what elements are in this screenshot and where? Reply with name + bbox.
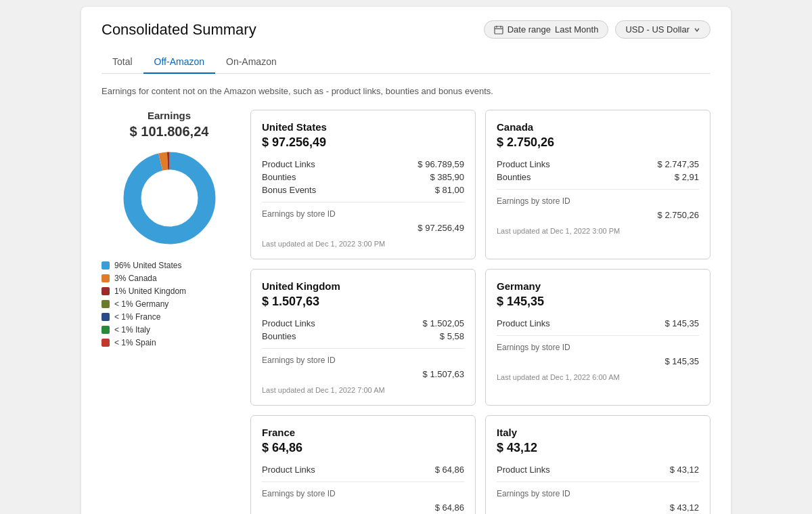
line-item: Product Links $ 1.502,05 — [262, 318, 464, 328]
legend-item: < 1% Italy — [102, 325, 237, 335]
legend-color-france — [102, 313, 110, 321]
chevron-down-icon — [694, 26, 700, 33]
line-item-value: $ 64,86 — [435, 465, 464, 475]
country-card-united-kingdom: United Kingdom $ 1.507,63 Product Links … — [250, 269, 476, 406]
country-card-italy: Italy $ 43,12 Product Links $ 43,12 Earn… — [485, 415, 710, 514]
line-item-value: $ 145,35 — [664, 318, 699, 328]
line-item: Bounties $ 2,91 — [497, 172, 699, 182]
legend-label-spain: < 1% Spain — [114, 338, 156, 347]
legend-label-italy: < 1% Italy — [114, 325, 150, 335]
store-id-label: Earnings by store ID — [262, 489, 464, 498]
legend-label-germany: < 1% Germany — [114, 299, 168, 309]
info-text: Earnings for content not on the Amazon w… — [102, 86, 710, 96]
legend-item: < 1% France — [102, 312, 237, 322]
line-item-value: $ 5,58 — [440, 331, 464, 341]
currency-label: USD - US Dollar — [625, 24, 690, 35]
line-item: Product Links $ 2.747,35 — [497, 159, 699, 169]
left-panel: Earnings $ 101.806,24 — [102, 110, 250, 514]
legend-color-us — [102, 261, 110, 270]
divider — [262, 481, 464, 482]
main-content: Earnings $ 101.806,24 — [102, 110, 710, 514]
store-id-label: Earnings by store ID — [497, 489, 699, 498]
tab-total[interactable]: Total — [102, 51, 143, 74]
country-total: $ 97.256,49 — [262, 135, 464, 150]
divider — [497, 481, 699, 482]
legend-label-uk: 1% United Kingdom — [114, 286, 186, 296]
line-item-label: Bounties — [262, 331, 296, 341]
line-item: Product Links $ 96.789,59 — [262, 159, 464, 169]
svg-point-8 — [142, 171, 196, 226]
divider — [497, 335, 699, 336]
earnings-amount: $ 101.806,24 — [102, 124, 237, 140]
store-id-label: Earnings by store ID — [497, 343, 699, 352]
legend-color-italy — [102, 326, 110, 334]
line-item: Product Links $ 64,86 — [262, 465, 464, 475]
store-id-label: Earnings by store ID — [497, 196, 699, 206]
store-id-total: $ 1.507,63 — [262, 369, 464, 379]
line-item-label: Product Links — [262, 465, 315, 475]
country-total: $ 64,86 — [262, 441, 464, 455]
country-name: Italy — [497, 427, 699, 438]
date-range-button[interactable]: Date range Last Month — [484, 20, 609, 39]
svg-rect-0 — [495, 26, 503, 34]
legend-label-france: < 1% France — [114, 312, 160, 322]
page-container: Consolidated Summary Date range Last Mon… — [81, 7, 731, 514]
divider — [497, 189, 699, 190]
tab-on-amazon[interactable]: On-Amazon — [215, 51, 288, 74]
country-card-canada: Canada $ 2.750,26 Product Links $ 2.747,… — [485, 110, 710, 259]
divider — [262, 202, 464, 202]
line-item-value: $ 2,91 — [675, 172, 699, 182]
country-name: United Kingdom — [262, 280, 464, 292]
country-name: United States — [262, 121, 464, 133]
donut-svg — [120, 149, 219, 247]
line-item-label: Product Links — [497, 318, 550, 328]
line-item-label: Product Links — [262, 318, 315, 328]
line-item-value: $ 96.789,59 — [418, 159, 464, 169]
line-item-value: $ 1.502,05 — [423, 318, 464, 328]
line-item-label: Product Links — [262, 159, 315, 169]
line-item-label: Bounties — [262, 172, 296, 182]
legend-color-uk — [102, 287, 110, 295]
store-id-label: Earnings by store ID — [262, 209, 464, 219]
tabs-row: Total Off-Amazon On-Amazon — [102, 51, 710, 74]
currency-button[interactable]: USD - US Dollar — [615, 20, 710, 39]
line-item-label: Product Links — [497, 465, 550, 475]
line-item-label: Bonus Events — [262, 185, 316, 195]
last-updated: Last updated at Dec 1, 2022 3:00 PM — [497, 227, 699, 235]
line-item: Bounties $ 5,58 — [262, 331, 464, 341]
divider — [262, 348, 464, 349]
line-item-value: $ 81,00 — [435, 185, 464, 195]
last-updated: Last updated at Dec 1, 2022 6:00 AM — [497, 373, 699, 381]
store-id-label: Earnings by store ID — [262, 356, 464, 365]
header-row: Consolidated Summary Date range Last Mon… — [102, 20, 710, 39]
last-updated: Last updated at Dec 1, 2022 3:00 PM — [262, 240, 464, 248]
store-id-total: $ 43,12 — [497, 502, 699, 513]
legend-item: 1% United Kingdom — [102, 286, 237, 296]
earnings-title: Earnings — [102, 110, 237, 121]
country-name: France — [262, 427, 464, 438]
line-item-value: $ 385,90 — [430, 172, 464, 182]
calendar-icon — [494, 25, 503, 35]
country-card-france: France $ 64,86 Product Links $ 64,86 Ear… — [250, 415, 476, 514]
legend-color-germany — [102, 300, 110, 308]
store-id-total: $ 2.750,26 — [497, 210, 699, 220]
date-range-label: Date range — [508, 24, 551, 35]
country-card-united-states: United States $ 97.256,49 Product Links … — [250, 110, 476, 259]
legend-label-us: 96% United States — [114, 261, 181, 270]
tab-off-amazon[interactable]: Off-Amazon — [143, 51, 215, 74]
line-item-value: $ 2.747,35 — [658, 159, 699, 169]
legend-color-canada — [102, 274, 110, 282]
store-id-total: $ 64,86 — [262, 502, 464, 513]
country-name: Canada — [497, 121, 699, 133]
date-range-value: Last Month — [555, 24, 598, 35]
country-total: $ 2.750,26 — [497, 135, 699, 150]
store-id-total: $ 97.256,49 — [262, 223, 464, 233]
country-card-germany: Germany $ 145,35 Product Links $ 145,35 … — [485, 269, 710, 406]
donut-chart — [102, 149, 237, 247]
page-title: Consolidated Summary — [102, 21, 256, 39]
line-item-label: Product Links — [497, 159, 550, 169]
right-panel: United States $ 97.256,49 Product Links … — [250, 110, 710, 514]
line-item: Product Links $ 43,12 — [497, 465, 699, 475]
legend-item: < 1% Spain — [102, 338, 237, 347]
legend-item: 3% Canada — [102, 274, 237, 283]
